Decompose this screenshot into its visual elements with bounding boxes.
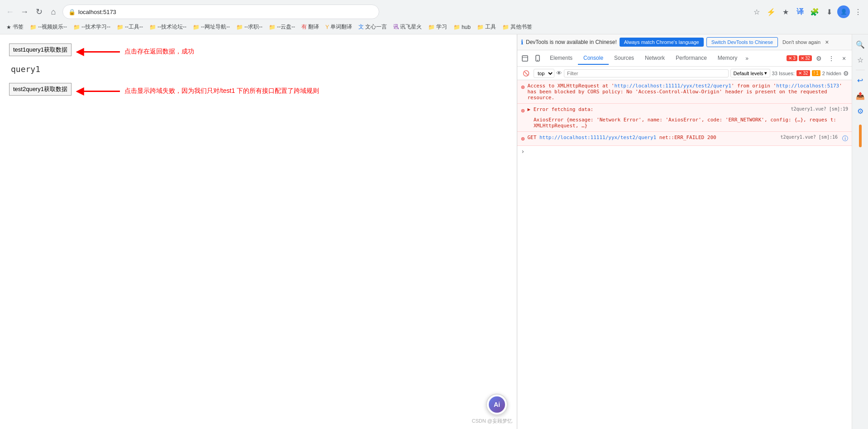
bookmark-item-translate[interactable]: 有 翻译: [299, 22, 322, 32]
bookmark-item-cloud[interactable]: 📁 --云盘--: [266, 22, 298, 32]
toolbar-right: ☆ ⚡ ★ 译 🧩 ⬇ 👤 ⋮: [750, 5, 864, 18]
console-entry-cors: ⊗ Access to XMLHttpRequest at 'http://lo…: [517, 80, 852, 104]
tab-performance[interactable]: Performance: [670, 52, 712, 65]
cors-error-text: Access to XMLHttpRequest at 'http://loca…: [527, 83, 848, 101]
tab-memory[interactable]: Memory: [712, 52, 743, 65]
reload-button[interactable]: ↻: [33, 5, 45, 18]
chevron-down-icon: ▾: [764, 70, 767, 76]
profile-button[interactable]: 👤: [837, 5, 850, 18]
get-error-text: GET http://localhost:11111/yyx/test2/que…: [527, 135, 777, 140]
bookmark-item-word-translate[interactable]: Y 单词翻译: [323, 22, 355, 32]
bookmark-item-bookmarks[interactable]: ★ 书签: [4, 22, 26, 32]
star-icon[interactable]: ★: [779, 5, 792, 18]
context-selector[interactable]: top: [534, 69, 554, 78]
sidebar-devtools-icon[interactable]: ⚙: [854, 105, 867, 117]
save-icon[interactable]: ⬇: [823, 5, 835, 18]
info-circle-icon[interactable]: ⓘ: [842, 135, 848, 143]
bookmark-item-nav[interactable]: 📁 --网址导航--: [190, 22, 233, 32]
url-input[interactable]: [78, 9, 373, 15]
cors-url-link[interactable]: http://localhost:11111/yyx/test2/query1: [615, 83, 731, 89]
extension-icon[interactable]: 🧩: [808, 5, 821, 18]
tab-network[interactable]: Network: [639, 52, 670, 65]
page-content: test1query1获取数据 ◀ 点击存在返回数据，成功 query1 tes…: [0, 34, 517, 429]
home-button[interactable]: ⌂: [47, 5, 60, 18]
console-entry-axios: ⊗ ▶ Error fetching data: t2query1.vue? […: [517, 104, 852, 132]
tab-sources[interactable]: Sources: [609, 52, 639, 65]
eye-icon[interactable]: 👁: [556, 70, 562, 77]
translate-icon[interactable]: 译: [794, 5, 806, 18]
switch-devtools-button[interactable]: Switch DevTools to Chinese: [706, 37, 778, 47]
bookmark-item-tools[interactable]: 📁 --工具--: [114, 22, 146, 32]
row2: test2query1获取数据 ◀ 点击显示跨域失败，因为我们只对/test1 …: [9, 83, 508, 99]
devtools-notification: ℹ DevTools is now available in Chinese! …: [517, 34, 852, 50]
console-toolbar: 🚫 top 👁 Default levels ▾ 33 Issues: ✕ 32: [517, 67, 852, 80]
bookmark-item-videos[interactable]: 📁 --视频娱乐--: [27, 22, 70, 32]
ai-button[interactable]: Ai: [486, 394, 508, 415]
console-arrow-icon: ›: [521, 148, 525, 155]
bookmark-item-learning[interactable]: 📁 学习: [425, 22, 450, 32]
bookmark-item-hub[interactable]: 📁 hub: [451, 23, 473, 32]
scroll-area: [859, 125, 862, 425]
browser-frame: ← → ↻ ⌂ 🔒 ☆ ⚡ ★ 译 🧩 ⬇ 👤 ⋮ ★ 书签 📁 --视频娱乐-…: [0, 0, 868, 429]
annotation1: 点击存在返回数据，成功: [124, 48, 194, 56]
console-clear-button[interactable]: 🚫: [520, 67, 532, 79]
always-match-button[interactable]: Always match Chrome's language: [620, 38, 704, 47]
back-button[interactable]: ←: [4, 5, 16, 18]
console-content: ⊗ Access to XMLHttpRequest at 'http://lo…: [517, 80, 852, 429]
bookmark-item-forums[interactable]: 📁 --技术论坛--: [147, 22, 189, 32]
main-area: test1query1获取数据 ◀ 点击存在返回数据，成功 query1 tes…: [0, 34, 868, 429]
devtools-close-button[interactable]: ×: [838, 53, 850, 64]
devtools-more-button[interactable]: ⋮: [825, 53, 837, 64]
origin-url-link[interactable]: http://localhost:5173: [776, 83, 839, 89]
bookmark-item-jobs[interactable]: 📁 --求职--: [234, 22, 265, 32]
more-tabs-button[interactable]: »: [743, 53, 751, 63]
bookmark-item-wenxin[interactable]: 文 文心一言: [356, 22, 390, 32]
devtools-tabs: Elements Console Sources Network Perform…: [544, 52, 786, 65]
console-settings-icon[interactable]: ⚙: [843, 70, 849, 77]
nav-buttons: ← → ↻ ⌂: [4, 5, 60, 18]
devtools-settings-button[interactable]: ⚙: [813, 53, 825, 64]
console-entry-get: ⊗ GET http://localhost:11111/yyx/test2/q…: [517, 132, 852, 146]
error-x-icon: ✕: [788, 56, 792, 61]
scroll-indicator[interactable]: [859, 125, 862, 147]
lightning-icon[interactable]: ⚡: [765, 5, 777, 18]
y-icon: Y: [325, 24, 329, 30]
console-warn-count: 1: [816, 71, 819, 76]
sidebar-share-icon[interactable]: 📤: [854, 89, 867, 102]
warning-badge: ✕ 32: [799, 55, 812, 61]
test2-button[interactable]: test2query1获取数据: [9, 83, 72, 96]
browser-sidebar: 🔍 ☆ ↩ 📤 ⚙: [852, 34, 868, 429]
sidebar-bookmark-add-icon[interactable]: ☆: [854, 53, 867, 66]
test1-button[interactable]: test1query1获取数据: [9, 43, 72, 56]
devtools-main-toolbar: Elements Console Sources Network Perform…: [517, 50, 852, 67]
bookmark-item-other[interactable]: 📁 其他书签: [500, 22, 535, 32]
bookmark-item-xunfei[interactable]: 讯 讯飞星火: [391, 22, 424, 32]
inspect-element-button[interactable]: [519, 53, 531, 64]
expand-triangle[interactable]: ▶: [527, 106, 530, 112]
error-icon-3: ⊗: [521, 135, 525, 142]
bookmark-item-tools2[interactable]: 📁 工具: [474, 22, 499, 32]
device-toggle-button[interactable]: [532, 53, 544, 64]
notification-close-icon[interactable]: ×: [825, 39, 829, 46]
sidebar-search-icon[interactable]: 🔍: [854, 38, 867, 51]
get-url-link[interactable]: http://localhost:11111/yyx/test2/query1: [539, 135, 656, 140]
address-bar[interactable]: 🔒: [62, 5, 379, 19]
access-text: Access to XMLHttpRequest at ': [527, 83, 614, 89]
tab-console[interactable]: Console: [578, 52, 609, 65]
forward-button[interactable]: →: [18, 5, 31, 18]
console-filter-input[interactable]: [564, 69, 729, 77]
bookmark-star-icon[interactable]: ☆: [750, 5, 763, 18]
error-icon-small: ✕: [798, 71, 802, 76]
wenxin-icon: 文: [358, 23, 364, 31]
more-menu-icon[interactable]: ⋮: [852, 5, 864, 18]
source-link-1[interactable]: t2query1.vue? [sm]:19: [791, 106, 848, 111]
default-levels-button[interactable]: Default levels ▾: [730, 69, 770, 77]
folder-icon: 📁: [73, 24, 80, 30]
sidebar-history-icon[interactable]: ↩: [854, 74, 867, 87]
source-link-2[interactable]: t2query1.vue? [sm]:16: [781, 135, 838, 140]
tab-elements[interactable]: Elements: [544, 52, 578, 65]
error-icon-1: ⊗: [521, 83, 525, 91]
bookmark-item-tech[interactable]: 📁 --技术学习--: [71, 22, 113, 32]
dont-show-again[interactable]: Don't show again: [782, 39, 820, 45]
folder-icon: 📁: [477, 24, 484, 30]
